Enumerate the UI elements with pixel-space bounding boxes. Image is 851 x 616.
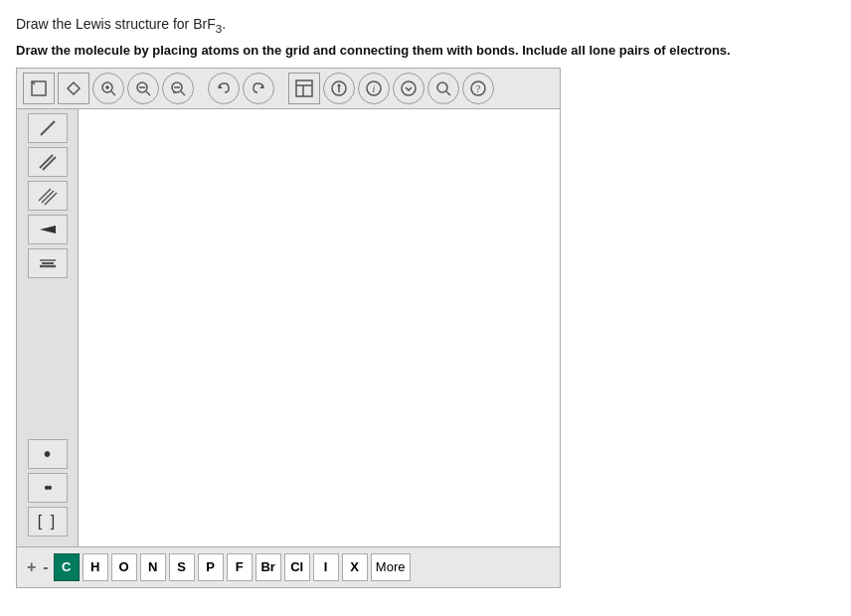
editor-container: i ?	[16, 68, 561, 588]
svg-line-26	[446, 91, 450, 95]
erase-tool-btn[interactable]	[58, 73, 89, 104]
template-btn[interactable]	[288, 73, 320, 104]
single-electron-btn[interactable]: •	[28, 439, 68, 469]
atom-S-btn[interactable]: S	[169, 553, 195, 581]
atom-btn[interactable]	[323, 73, 355, 104]
svg-point-25	[437, 82, 447, 92]
undo-btn[interactable]	[208, 73, 240, 104]
minus-btn[interactable]: -	[41, 558, 50, 576]
atom-Br-btn[interactable]: Br	[255, 553, 281, 581]
atom-N-btn[interactable]: N	[140, 553, 166, 581]
main-area: • •• [ ]	[17, 109, 560, 546]
svg-rect-16	[296, 80, 312, 96]
atom-bar: + - C H O N S P F Br Cl I X More	[17, 546, 560, 587]
svg-line-29	[41, 121, 55, 135]
svg-point-24	[402, 81, 416, 95]
dashed-bond-btn[interactable]	[28, 248, 68, 278]
atom-F-btn[interactable]: F	[227, 553, 253, 581]
svg-line-4	[111, 91, 115, 95]
page-title: Draw the Lewis structure for BrF3.	[16, 16, 835, 35]
svg-line-11	[181, 91, 185, 95]
double-bond-btn[interactable]	[28, 147, 68, 177]
svg-marker-35	[40, 226, 56, 233]
atom-I-btn[interactable]: I	[313, 553, 339, 581]
zoom-fit-btn[interactable]	[127, 73, 159, 104]
svg-marker-2	[68, 82, 80, 94]
help-btn[interactable]: ?	[462, 73, 494, 104]
zoom-in-btn[interactable]	[92, 73, 124, 104]
drawing-canvas[interactable]	[79, 109, 560, 546]
atom-P-btn[interactable]: P	[198, 553, 224, 581]
instruction-text: Draw the molecule by placing atoms on th…	[16, 43, 835, 58]
wedge-bond-btn[interactable]	[28, 215, 68, 244]
svg-text:i: i	[373, 83, 376, 94]
plus-btn[interactable]: +	[25, 558, 38, 576]
atom-O-btn[interactable]: O	[111, 553, 137, 581]
zoom-out-btn[interactable]	[162, 73, 194, 104]
atom-H-btn[interactable]: H	[83, 553, 108, 581]
atom-X-btn[interactable]: X	[342, 553, 368, 581]
select-tool-btn[interactable]	[23, 73, 55, 104]
atom-Cl-btn[interactable]: Cl	[284, 553, 310, 581]
bottom-tools: • •• [ ]	[28, 439, 68, 539]
single-bond-btn[interactable]	[28, 113, 68, 143]
info-btn[interactable]: i	[358, 73, 390, 104]
triple-bond-btn[interactable]	[28, 181, 68, 211]
svg-marker-21	[337, 83, 341, 86]
bracket-btn[interactable]: [ ]	[28, 507, 68, 537]
lone-pair-btn[interactable]: ••	[28, 473, 68, 503]
more-atoms-btn[interactable]: More	[371, 553, 411, 581]
atom-C-btn[interactable]: C	[54, 553, 80, 581]
svg-line-8	[146, 91, 150, 95]
toolbar: i ?	[17, 69, 560, 109]
redo-btn[interactable]	[243, 73, 274, 104]
dropdown-btn[interactable]	[393, 73, 425, 104]
svg-text:?: ?	[476, 82, 481, 94]
search-btn[interactable]	[427, 73, 459, 104]
left-tool-panel: • •• [ ]	[17, 109, 79, 546]
